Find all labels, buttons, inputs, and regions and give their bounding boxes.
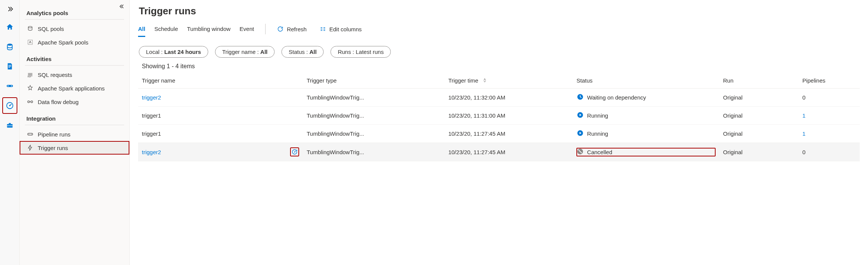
trigger-runs-table: Trigger name Trigger type Trigger time S… — [138, 73, 860, 161]
rerun-button[interactable] — [290, 147, 299, 156]
refresh-button[interactable]: Refresh — [277, 26, 307, 35]
run-cell: Original — [719, 125, 799, 143]
trigger-type-cell: TumblingWindowTrig... — [303, 125, 444, 143]
pipelines-cell: 0 — [799, 89, 860, 107]
sidepanel-group-title: Activities — [20, 49, 129, 65]
sql-requests-icon: SQL — [26, 71, 34, 78]
sidepanel-item-label: Trigger runs — [38, 145, 68, 151]
status-cell: Running — [573, 107, 719, 125]
svg-rect-11 — [7, 126, 12, 126]
status-text: Running — [587, 112, 608, 119]
run-cell: Original — [719, 107, 799, 125]
rail-item-home[interactable] — [2, 19, 17, 35]
page-title: Trigger runs — [139, 5, 860, 17]
pipelines-cell[interactable]: 1 — [799, 125, 860, 143]
pipelines-cell[interactable]: 1 — [799, 107, 860, 125]
table-row[interactable]: trigger1 TumblingWindowTrig...10/23/20, … — [138, 107, 860, 125]
divider — [25, 19, 124, 20]
columns-icon — [320, 26, 326, 32]
sidepanel-collapse-button[interactable] — [119, 3, 126, 11]
col-header-trigger-time[interactable]: Trigger time — [444, 73, 573, 89]
toolbox-icon — [6, 121, 14, 129]
home-icon — [6, 23, 14, 31]
col-header-pipelines[interactable]: Pipelines — [799, 73, 860, 89]
sidepanel-item-pipeline-runs[interactable]: Pipeline runs — [20, 127, 129, 141]
svg-rect-3 — [8, 67, 10, 67]
side-panel: Analytics pools SQL pools Apache Spark p… — [20, 0, 130, 265]
trigger-type-cell: TumblingWindowTrig... — [303, 107, 444, 125]
run-cell: Original — [719, 143, 799, 161]
rail-expand-button[interactable] — [2, 2, 17, 16]
trigger-time-cell: 10/23/20, 11:27:45 AM — [444, 143, 573, 161]
tab-schedule[interactable]: Schedule — [154, 24, 178, 37]
svg-point-16 — [31, 101, 33, 103]
main-content: Trigger runs All Schedule Tumbling windo… — [130, 0, 868, 265]
col-header-trigger-type[interactable]: Trigger type — [303, 73, 444, 89]
table-row[interactable]: trigger1 TumblingWindowTrig...10/23/20, … — [138, 125, 860, 143]
spark-pools-icon — [26, 38, 34, 46]
edit-columns-label: Edit columns — [329, 26, 362, 32]
sidepanel-item-label: Data flow debug — [38, 99, 78, 105]
tab-bar: All Schedule Tumbling window Event Refre… — [138, 24, 860, 38]
svg-point-6 — [11, 86, 12, 87]
refresh-icon — [277, 26, 284, 32]
gauge-icon — [6, 101, 14, 110]
filter-runs[interactable]: Runs : Latest runs — [330, 46, 391, 58]
status-icon — [576, 129, 584, 138]
edit-columns-button[interactable]: Edit columns — [320, 26, 362, 35]
svg-rect-1 — [8, 65, 11, 65]
pipeline-runs-icon — [26, 130, 34, 138]
col-header-status[interactable]: Status — [573, 73, 719, 89]
sidepanel-item-dataflow-debug[interactable]: Data flow debug — [20, 95, 129, 109]
sidepanel-item-sql-pools[interactable]: SQL pools — [20, 22, 129, 35]
filter-time-range[interactable]: Local : Last 24 hours — [139, 46, 208, 58]
tab-event[interactable]: Event — [240, 24, 254, 37]
table-row[interactable]: trigger2 TumblingWindowTrig...10/23/20, … — [138, 89, 860, 107]
trigger-runs-icon — [26, 144, 34, 152]
table-row[interactable]: trigger2 TumblingWindowTrig...10/23/20, … — [138, 143, 860, 161]
status-icon — [576, 93, 584, 102]
svg-rect-17 — [28, 133, 32, 135]
status-cell: Running — [573, 125, 719, 143]
svg-rect-10 — [9, 123, 11, 124]
run-cell: Original — [719, 89, 799, 107]
sidepanel-group-title: Integration — [20, 109, 129, 125]
sidepanel-item-trigger-runs[interactable]: Trigger runs — [20, 141, 129, 155]
refresh-label: Refresh — [287, 26, 307, 32]
svg-point-0 — [7, 44, 12, 46]
status-cell: Waiting on dependency — [573, 89, 719, 107]
svg-point-19 — [31, 134, 32, 135]
sidepanel-item-label: Pipeline runs — [38, 131, 71, 138]
tab-all[interactable]: All — [138, 24, 145, 37]
trigger-name-link[interactable]: trigger2 — [142, 149, 161, 155]
rail-item-monitor[interactable] — [2, 97, 17, 114]
svg-text:SQL: SQL — [28, 75, 31, 78]
svg-point-5 — [8, 86, 9, 87]
trigger-time-cell: 10/23/20, 11:31:00 AM — [444, 107, 573, 125]
sidepanel-item-sql-requests[interactable]: SQL SQL requests — [20, 68, 129, 81]
rail-item-data[interactable] — [2, 38, 17, 55]
col-header-trigger-name[interactable]: Trigger name — [138, 73, 303, 89]
col-header-run[interactable]: Run — [719, 73, 799, 89]
sidepanel-item-label: Apache Spark applications — [38, 85, 105, 92]
svg-point-12 — [28, 26, 32, 28]
svg-point-8 — [9, 105, 11, 106]
pipeline-icon — [6, 82, 14, 90]
sql-pools-icon — [26, 25, 34, 32]
status-icon — [576, 148, 584, 156]
spark-apps-icon — [26, 84, 34, 92]
document-icon — [6, 62, 14, 70]
filter-bar: Local : Last 24 hours Trigger name : All… — [139, 46, 860, 58]
filter-status[interactable]: Status : All — [281, 46, 324, 58]
status-text: Running — [587, 130, 608, 137]
filter-trigger-name[interactable]: Trigger name : All — [215, 46, 275, 58]
rail-item-develop[interactable] — [2, 58, 17, 75]
tab-tumbling-window[interactable]: Tumbling window — [187, 24, 230, 37]
sidepanel-item-spark-pools[interactable]: Apache Spark pools — [20, 35, 129, 49]
trigger-name-link[interactable]: trigger2 — [142, 94, 161, 101]
rail-item-manage[interactable] — [2, 117, 17, 133]
sidepanel-item-spark-apps[interactable]: Apache Spark applications — [20, 81, 129, 95]
status-text: Waiting on dependency — [587, 94, 646, 101]
divider — [265, 24, 266, 34]
rail-item-integrate[interactable] — [2, 78, 17, 94]
